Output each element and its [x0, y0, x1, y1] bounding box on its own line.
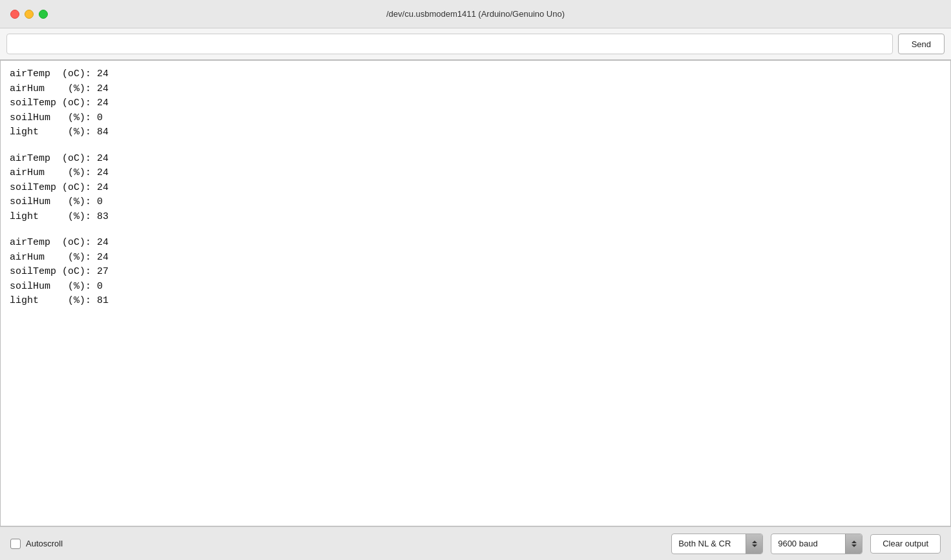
output-block: airTemp (oC): 24airHum (%): 24soilTemp (… — [10, 67, 941, 140]
serial-input[interactable] — [6, 34, 893, 54]
autoscroll-container: Autoscroll — [10, 539, 63, 549]
output-line: airHum (%): 24 — [10, 82, 941, 97]
line-ending-wrapper: No line endingNewlineCarriage returnBoth… — [671, 534, 763, 554]
maximize-button[interactable] — [39, 10, 48, 19]
baud-rate-select[interactable]: 300 baud1200 baud2400 baud4800 baud9600 … — [771, 534, 862, 554]
output-line: soilTemp (oC): 27 — [10, 265, 941, 280]
output-line: airHum (%): 24 — [10, 166, 941, 181]
output-line: light (%): 83 — [10, 210, 941, 225]
footer-bar: Autoscroll No line endingNewlineCarriage… — [0, 526, 951, 560]
output-block: airTemp (oC): 24airHum (%): 24soilTemp (… — [10, 236, 941, 309]
output-line: airTemp (oC): 24 — [10, 236, 941, 251]
autoscroll-label: Autoscroll — [26, 539, 63, 548]
close-button[interactable] — [10, 10, 19, 19]
minimize-button[interactable] — [25, 10, 34, 19]
traffic-lights — [10, 10, 48, 19]
clear-output-button[interactable]: Clear output — [870, 534, 941, 554]
output-line: light (%): 84 — [10, 125, 941, 140]
output-line: soilTemp (oC): 24 — [10, 181, 941, 196]
output-line: light (%): 81 — [10, 294, 941, 309]
output-line: soilHum (%): 0 — [10, 195, 941, 210]
title-bar: /dev/cu.usbmodem1411 (Arduino/Genuino Un… — [0, 0, 951, 28]
output-line: airHum (%): 24 — [10, 251, 941, 265]
output-block: airTemp (oC): 24airHum (%): 24soilTemp (… — [10, 152, 941, 225]
output-line: airTemp (oC): 24 — [10, 152, 941, 167]
send-button[interactable]: Send — [898, 34, 945, 54]
output-line: soilHum (%): 0 — [10, 111, 941, 126]
line-ending-select[interactable]: No line endingNewlineCarriage returnBoth… — [672, 534, 762, 554]
output-line: soilTemp (oC): 24 — [10, 96, 941, 111]
window-title: /dev/cu.usbmodem1411 (Arduino/Genuino Un… — [386, 9, 565, 19]
baud-rate-wrapper: 300 baud1200 baud2400 baud4800 baud9600 … — [771, 534, 862, 554]
output-line: airTemp (oC): 24 — [10, 67, 941, 82]
input-bar: Send — [0, 28, 951, 60]
autoscroll-checkbox[interactable] — [10, 539, 21, 549]
serial-output[interactable]: airTemp (oC): 24airHum (%): 24soilTemp (… — [0, 60, 951, 526]
footer-controls: No line endingNewlineCarriage returnBoth… — [671, 534, 941, 554]
output-line: soilHum (%): 0 — [10, 280, 941, 295]
